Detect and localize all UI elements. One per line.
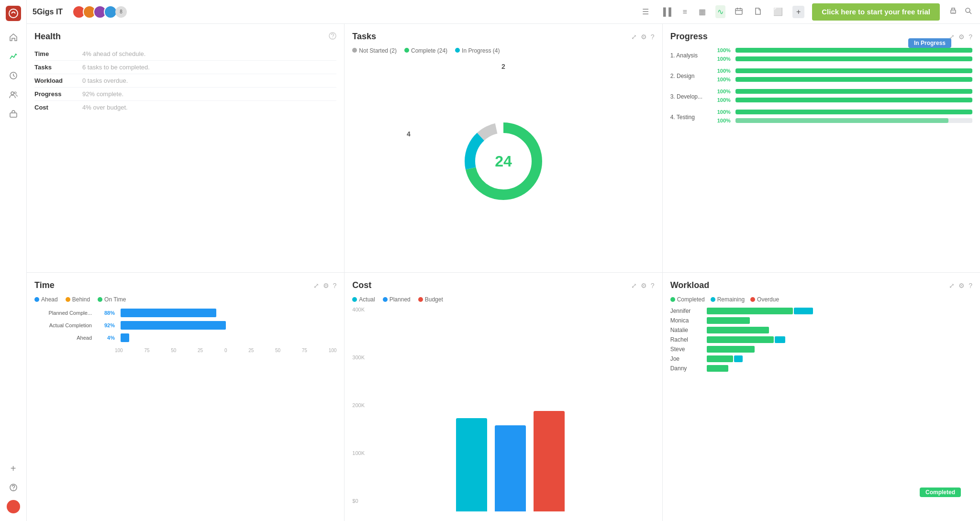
workload-bar-joe — [707, 355, 972, 362]
cost-chart-area: 400K 300K 200K 100K $0 — [352, 307, 654, 513]
time-pct-actual: 92% — [96, 322, 115, 328]
cost-bars — [367, 307, 655, 513]
workload-bar-jennifer — [707, 308, 972, 314]
workload-legend-remaining: Remaining — [711, 296, 745, 303]
workload-name-natalie: Natalie — [670, 327, 704, 333]
doc-icon[interactable] — [752, 5, 764, 19]
cost-y-axis: 400K 300K 200K 100K $0 — [352, 307, 365, 513]
time-help-icon[interactable]: ? — [333, 282, 337, 289]
svg-rect-4 — [10, 113, 17, 117]
cost-title: Cost — [352, 280, 371, 290]
progress-bar-row: 100% — [717, 89, 972, 94]
cost-bar-actual — [456, 418, 487, 511]
progress-section-name-3: 3. Develop... — [670, 93, 713, 100]
workload-name-jennifer: Jennifer — [670, 308, 704, 314]
time-settings-icon[interactable]: ⚙ — [323, 282, 329, 289]
tasks-expand-icon[interactable]: ⤢ — [631, 33, 637, 41]
workload-expand-icon[interactable]: ⤢ — [949, 282, 955, 289]
progress-bar-row: 100% — [717, 97, 972, 103]
print-icon[interactable] — [947, 5, 959, 19]
workload-bar-natalie — [707, 327, 972, 333]
topbar: 5Gigs IT 8 ☰ ▐▐ ≡ ▦ ∿ ⬜ + Click here to … — [27, 0, 980, 24]
cost-panel: Cost ⤢ ⚙ ? Actual Planned Budg — [345, 273, 662, 521]
time-pct-planned: 88% — [96, 310, 115, 316]
workload-row-joe: Joe — [670, 355, 972, 362]
app-logo[interactable] — [6, 6, 21, 21]
tasks-help-icon[interactable]: ? — [651, 33, 655, 41]
avatar-count[interactable]: 8 — [115, 6, 127, 18]
progress-settings-icon[interactable]: ⚙ — [958, 33, 965, 41]
sidebar-item-help[interactable] — [5, 479, 22, 496]
sidebar-item-add[interactable]: + — [5, 460, 22, 477]
health-row-workload: Workload 0 tasks overdue. — [34, 74, 336, 88]
workload-row-steve: Steve — [670, 346, 972, 353]
svg-rect-12 — [952, 11, 955, 13]
sidebar-item-briefcase[interactable] — [5, 105, 22, 122]
donut-label-in-progress: 4 — [407, 130, 411, 138]
tasks-panel: Tasks ⤢ ⚙ ? Not Started (2) Complete (24… — [345, 24, 662, 272]
health-help-icon[interactable] — [329, 32, 336, 41]
time-axis: 100 75 50 25 0 25 50 75 100 — [34, 348, 336, 353]
time-label-ahead: Ahead — [34, 335, 92, 341]
progress-section-name-2: 2. Design — [670, 73, 713, 79]
time-label-actual: Actual Completion — [34, 322, 92, 328]
dashboard: Health Time 4% ahead of schedule. Tasks … — [27, 24, 980, 521]
time-panel: Time ⤢ ⚙ ? Ahead Behind On Tim — [27, 273, 344, 521]
avatar-group: 8 — [72, 5, 127, 19]
sidebar-item-analytics[interactable] — [5, 48, 22, 65]
time-legend: Ahead Behind On Time — [34, 296, 336, 303]
progress-actions: ⤢ ⚙ ? — [949, 33, 972, 41]
topbar-icons: ☰ ▐▐ ≡ ▦ ∿ ⬜ + — [640, 5, 804, 19]
workload-legend-overdue: Overdue — [750, 296, 779, 303]
cost-bar-planned — [495, 425, 526, 511]
cost-settings-icon[interactable]: ⚙ — [641, 282, 647, 289]
tasks-settings-icon[interactable]: ⚙ — [641, 33, 647, 41]
workload-row-monica: Monica — [670, 317, 972, 324]
health-label-cost: Cost — [34, 104, 82, 111]
progress-section-name-1: 1. Analysis — [670, 52, 713, 59]
progress-help-icon[interactable]: ? — [969, 33, 972, 41]
time-pct-ahead: 4% — [96, 335, 115, 341]
cost-expand-icon[interactable]: ⤢ — [631, 282, 637, 289]
bars-icon[interactable]: ▐▐ — [658, 6, 673, 18]
sidebar-item-home[interactable] — [5, 29, 22, 46]
chart-icon[interactable]: ∿ — [715, 5, 725, 18]
sidebar-item-avatar[interactable] — [5, 498, 22, 515]
grid-icon[interactable]: ▦ — [697, 5, 708, 18]
health-row-cost: Cost 4% over budget. — [34, 101, 336, 114]
svg-rect-7 — [735, 9, 742, 14]
add-icon[interactable]: + — [792, 6, 804, 18]
panel-icon[interactable]: ⬜ — [771, 5, 785, 18]
cost-help-icon[interactable]: ? — [651, 282, 655, 289]
workload-settings-icon[interactable]: ⚙ — [958, 282, 965, 289]
sidebar-item-people[interactable] — [5, 86, 22, 103]
tasks-legend: Not Started (2) Complete (24) In Progres… — [352, 47, 654, 54]
list-icon[interactable]: ≡ — [681, 6, 689, 18]
svg-point-6 — [13, 489, 14, 490]
legend-complete: Complete (24) — [404, 47, 447, 54]
workload-legend-completed: Completed — [670, 296, 705, 303]
time-bar-actual — [121, 321, 226, 330]
health-value-time: 4% ahead of schedule. — [82, 50, 145, 57]
sidebar-item-history[interactable] — [5, 67, 22, 84]
donut-center-value: 24 — [495, 153, 512, 170]
calendar-icon[interactable] — [733, 5, 745, 19]
hamburger-icon[interactable]: ☰ — [640, 5, 651, 18]
cost-legend: Actual Planned Budget — [352, 296, 654, 303]
time-row-planned: Planned Comple... 88% — [34, 309, 336, 317]
health-label-tasks: Tasks — [34, 64, 82, 71]
health-label-time: Time — [34, 50, 82, 57]
workload-name-danny: Danny — [670, 365, 704, 372]
workload-help-icon[interactable]: ? — [969, 282, 972, 289]
time-expand-icon[interactable]: ⤢ — [313, 282, 319, 289]
main-area: 5Gigs IT 8 ☰ ▐▐ ≡ ▦ ∿ ⬜ + Click here to … — [27, 0, 980, 521]
health-header: Health — [34, 32, 336, 42]
progress-design: 2. Design 100% 100% — [670, 68, 972, 84]
workload-panel: Workload ⤢ ⚙ ? Completed Remaining — [663, 273, 980, 521]
search-icon[interactable] — [963, 5, 974, 19]
cta-banner[interactable]: Click here to start your free trial — [812, 3, 940, 21]
health-label-workload: Workload — [34, 77, 82, 84]
health-row-tasks: Tasks 6 tasks to be completed. — [34, 61, 336, 74]
project-title: 5Gigs IT — [33, 8, 63, 16]
time-actions: ⤢ ⚙ ? — [313, 282, 337, 289]
